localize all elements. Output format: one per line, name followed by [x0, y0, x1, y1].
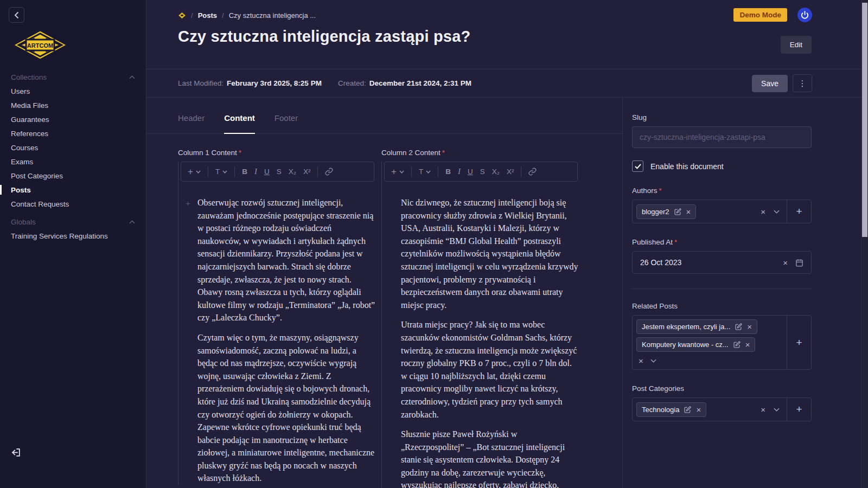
tab-header[interactable]: Header [178, 98, 205, 133]
save-button[interactable]: Save [752, 75, 788, 92]
rte-content-1[interactable]: +Obserwując rozwój sztucznej inteligencj… [178, 182, 376, 485]
chevron-down-icon[interactable] [774, 408, 780, 412]
topbar-actions: Demo Mode [733, 8, 812, 22]
italic-button[interactable]: I [458, 167, 461, 176]
required-mark: * [442, 149, 445, 157]
post-category-pill[interactable]: Technologia × [636, 402, 706, 417]
sidebar-collapse-button[interactable] [9, 7, 24, 23]
rich-text-editor-2: + T B I U S X₂ X [381, 162, 578, 488]
authors-select[interactable]: blogger2 × × + [632, 200, 812, 223]
remove-pill-icon[interactable]: × [686, 208, 691, 216]
add-related-post-button[interactable]: + [787, 316, 811, 369]
document-sidebar: Slug czy-sztuczna-inteligencja-zastapi-p… [623, 98, 868, 488]
superscript-button[interactable]: X² [303, 168, 311, 176]
bold-button[interactable]: B [242, 168, 247, 176]
text-format-dropdown[interactable]: T [419, 168, 431, 176]
post-categories-select[interactable]: Technologia × × + [632, 397, 812, 421]
toolbar-divider [438, 166, 438, 177]
dashboard-diamond-icon[interactable] [178, 12, 186, 19]
subscript-button[interactable]: X₂ [492, 168, 500, 176]
chevron-down-icon [196, 170, 201, 174]
chevron-up-icon [129, 220, 135, 224]
clear-date-icon[interactable]: × [783, 259, 788, 267]
rte-toolbar-1: + T B I U S X₂ X [181, 162, 374, 182]
clear-field-icon[interactable]: × [761, 208, 765, 216]
tab-footer[interactable]: Footer [275, 98, 298, 133]
strikethrough-button[interactable]: S [480, 168, 485, 176]
calendar-icon[interactable] [795, 259, 803, 267]
italic-button[interactable]: I [254, 167, 257, 176]
clear-field-icon[interactable]: × [639, 357, 643, 365]
rte-content-2[interactable]: Nic dziwnego, że sztucznej inteligencji … [382, 182, 580, 488]
underline-button[interactable]: U [468, 168, 473, 176]
logout-button[interactable] [11, 447, 21, 458]
more-options-button[interactable]: ⋮ [793, 74, 812, 92]
strikethrough-button[interactable]: S [277, 168, 282, 176]
remove-pill-icon[interactable]: × [696, 406, 701, 414]
sidebar-item-guarantees[interactable]: Guarantees [0, 112, 146, 126]
insert-block-button[interactable]: + [188, 167, 201, 176]
enable-document-checkbox[interactable] [632, 160, 643, 172]
page-scrollbar[interactable] [861, 0, 868, 488]
insert-block-button[interactable]: + [391, 167, 404, 176]
tab-content[interactable]: Content [224, 98, 255, 134]
chevron-down-icon[interactable] [650, 359, 656, 363]
link-icon[interactable] [325, 168, 333, 176]
topbar: / Posts / Czy sztuczna inteligencja ... … [146, 0, 868, 69]
meta-bar: Last Modified: February 3rd 2025, 8:25 P… [146, 69, 868, 98]
add-block-handle[interactable]: + [186, 197, 190, 210]
related-post-pill[interactable]: Jestem ekspertem, czyli ja... × [636, 319, 757, 334]
add-author-button[interactable]: + [787, 200, 811, 223]
add-post-category-button[interactable]: + [787, 398, 811, 421]
underline-button[interactable]: U [264, 168, 270, 176]
sidebar-item-media-files[interactable]: Media Files [0, 98, 146, 112]
created-group: Created: December 21st 2024, 2:31 PM [338, 79, 471, 87]
related-posts-select[interactable]: Jestem ekspertem, czyli ja... × Komputer… [632, 315, 812, 370]
chevron-down-icon [399, 170, 404, 174]
column-1-label: Column 1 Content* [178, 149, 374, 157]
last-modified-value: February 3rd 2025, 8:25 PM [227, 79, 322, 87]
published-at-label: Published At* [632, 238, 812, 246]
logout-power-button[interactable] [797, 8, 812, 22]
chevron-down-icon [426, 170, 431, 174]
edit-pill-icon[interactable] [674, 208, 681, 215]
sidebar-item-training-services-regulations[interactable]: Training Services Regulations [0, 229, 146, 243]
slug-input[interactable]: czy-sztuczna-inteligencja-zastapi-psa [632, 126, 812, 148]
page-title: Czy sztuczna inteligencja zastąpi psa? [178, 28, 868, 46]
logo-text: ARTCOM [27, 42, 53, 49]
published-at-input[interactable]: 26 Oct 2023 × [632, 251, 812, 274]
related-post-pill[interactable]: Komputery kwantowe - cz... × [636, 337, 755, 352]
subscript-button[interactable]: X₂ [289, 168, 296, 176]
scrollbar-thumb[interactable] [862, 3, 867, 237]
nav-section-collections[interactable]: Collections [0, 70, 146, 84]
edit-pill-icon[interactable] [733, 341, 741, 348]
chevron-left-icon [14, 11, 19, 19]
column-1-field: Column 1 Content* + T B [178, 149, 374, 488]
edit-pill-icon[interactable] [684, 406, 691, 413]
text-format-dropdown[interactable]: T [215, 168, 227, 176]
remove-pill-icon[interactable]: × [745, 341, 750, 349]
sidebar-item-users[interactable]: Users [0, 84, 146, 98]
breadcrumb-posts-link[interactable]: Posts [198, 11, 217, 20]
nav-section-globals[interactable]: Globals [0, 215, 146, 229]
artcom-logo[interactable]: ARTCOM [12, 29, 68, 61]
created-label: Created: [338, 79, 366, 87]
sidebar-item-references[interactable]: References [0, 126, 146, 140]
checkmark-icon [635, 164, 641, 169]
last-modified-group: Last Modified: February 3rd 2025, 8:25 P… [178, 79, 322, 87]
enable-document-row[interactable]: Enable this document [632, 160, 812, 172]
superscript-button[interactable]: X² [507, 168, 514, 176]
sidebar-item-posts[interactable]: Posts [0, 183, 146, 197]
edit-pill-icon[interactable] [735, 323, 742, 330]
bold-button[interactable]: B [445, 168, 451, 176]
chevron-down-icon[interactable] [774, 210, 780, 214]
remove-pill-icon[interactable]: × [747, 323, 752, 331]
sidebar-item-exams[interactable]: Exams [0, 155, 146, 169]
sidebar-item-post-categories[interactable]: Post Categories [0, 169, 146, 183]
clear-field-icon[interactable]: × [761, 406, 765, 414]
sidebar-item-contact-requests[interactable]: Contact Requests [0, 197, 146, 211]
link-icon[interactable] [528, 168, 537, 176]
sidebar-item-courses[interactable]: Courses [0, 140, 146, 155]
edit-button[interactable]: Edit [781, 36, 812, 54]
author-pill[interactable]: blogger2 × [636, 204, 696, 219]
